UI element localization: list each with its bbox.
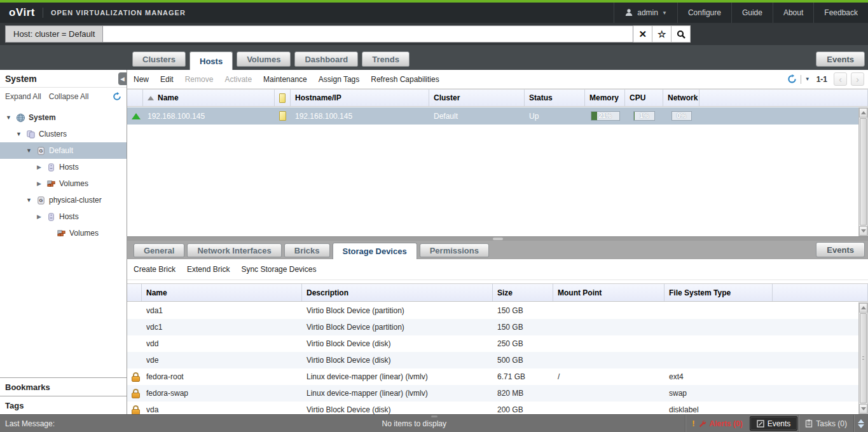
detail-events-button[interactable]: Events xyxy=(816,242,865,257)
statusbar-resize-button[interactable] xyxy=(853,415,868,432)
column-label: Hostname/IP xyxy=(295,93,341,102)
refresh-options-icon[interactable]: ▼ xyxy=(805,76,810,82)
search-button[interactable] xyxy=(672,25,691,43)
collapse-all-link[interactable]: Collapse All xyxy=(49,92,89,101)
app-menu-item-feedback[interactable]: Feedback xyxy=(813,3,868,23)
action-create-brick[interactable]: Create Brick xyxy=(134,265,176,274)
storage-device-row[interactable]: vda1Virtio Block Device (partition)150 G… xyxy=(127,302,858,319)
next-page-button[interactable]: › xyxy=(851,72,864,86)
search-scope-button[interactable]: Host: cluster = Default xyxy=(5,25,103,43)
tasks-button[interactable]: Tasks (0) xyxy=(798,415,853,432)
scroll-up-icon[interactable] xyxy=(859,303,867,313)
scroll-down-icon[interactable] xyxy=(859,404,867,414)
events-button[interactable]: Events xyxy=(750,416,798,431)
toolbar-item-edit[interactable]: Edit xyxy=(160,75,174,84)
storage-device-row[interactable]: vddVirtio Block Device (disk)250 GB xyxy=(127,335,858,352)
detail-tab-network-interfaces[interactable]: Network Interfaces xyxy=(187,243,281,257)
tree-refresh-icon[interactable] xyxy=(113,92,121,101)
app-menu-item-configure[interactable]: Configure xyxy=(677,3,731,23)
collapse-node-icon[interactable]: ▼ xyxy=(15,131,22,137)
scrollbar-thumb[interactable] xyxy=(860,313,867,403)
column-label: Status xyxy=(529,93,553,102)
app-menu-item-about[interactable]: About xyxy=(773,3,813,23)
device-description-cell: Linux device-mapper (linear) (lvmlv) xyxy=(302,389,493,398)
sidebar-section-bookmarks[interactable]: Bookmarks xyxy=(0,377,127,396)
scroll-up-icon[interactable] xyxy=(859,108,867,118)
column-header-cluster[interactable]: Cluster xyxy=(429,90,525,106)
splitter-handle[interactable] xyxy=(493,238,503,240)
action-sync-storage-devices[interactable]: Sync Storage Devices xyxy=(241,265,316,274)
storage-device-row[interactable]: vdeVirtio Block Device (disk)500 GB xyxy=(127,352,858,368)
statusbar-handle[interactable] xyxy=(431,415,437,417)
detail-tab-permissions[interactable]: Permissions xyxy=(420,243,489,257)
column-header-cpu[interactable]: CPU xyxy=(625,90,663,106)
column-header-name[interactable]: Name xyxy=(142,284,302,301)
tree-item-hosts[interactable]: ▶Hosts xyxy=(0,208,127,225)
column-header-type-icon[interactable] xyxy=(275,90,291,106)
host-row[interactable]: 192.168.100.145192.168.100.145DefaultUp2… xyxy=(127,107,858,125)
toolbar-item-assign-tags[interactable]: Assign Tags xyxy=(319,75,359,84)
device-name-cell: fedora-root xyxy=(142,372,302,381)
tree-item-label: Volumes xyxy=(69,229,99,238)
sidebar-collapse-button[interactable]: ◀ xyxy=(118,72,127,85)
toolbar-item-refresh-capabilities[interactable]: Refresh Capabilities xyxy=(371,75,439,84)
tree-item-system[interactable]: ▼System xyxy=(0,109,127,126)
tree-item-volumes[interactable]: Volumes xyxy=(0,225,127,241)
column-header-hostname-ip[interactable]: Hostname/IP xyxy=(291,90,429,106)
expand-node-icon[interactable]: ▶ xyxy=(36,213,43,220)
device-size-cell: 250 GB xyxy=(493,339,553,348)
scroll-down-icon[interactable] xyxy=(859,226,867,236)
device-fs-type-cell: swap xyxy=(665,389,773,398)
column-header-file-system-type[interactable]: File System Type xyxy=(665,284,773,301)
tree-item-default[interactable]: ▼GDefault xyxy=(0,142,127,159)
column-header-mount-point[interactable]: Mount Point xyxy=(553,284,665,301)
collapse-node-icon[interactable]: ▼ xyxy=(25,197,32,203)
column-header-status[interactable]: Status xyxy=(525,90,585,106)
prev-page-button[interactable]: ‹ xyxy=(834,72,847,86)
clear-search-button[interactable]: ✕ xyxy=(633,25,652,43)
main-events-button[interactable]: Events xyxy=(816,51,865,67)
grid-refresh-icon[interactable] xyxy=(787,74,797,84)
column-header-network[interactable]: Network xyxy=(663,90,699,106)
tree-item-hosts[interactable]: ▶Hosts xyxy=(0,159,127,175)
expand-all-link[interactable]: Expand All xyxy=(5,92,41,101)
tree-item-volumes[interactable]: ▶Volumes xyxy=(0,175,127,192)
action-extend-brick[interactable]: Extend Brick xyxy=(187,265,230,274)
tab-clusters[interactable]: Clusters xyxy=(132,51,186,67)
scrollbar-thumb[interactable] xyxy=(860,118,867,226)
sidebar-section-tags[interactable]: Tags xyxy=(0,396,127,414)
toolbar-right: ▼ 1-1 ‹ › xyxy=(787,72,864,86)
pane-splitter[interactable] xyxy=(127,236,868,241)
column-header-name[interactable]: Name xyxy=(143,90,275,106)
toolbar-item-new[interactable]: New xyxy=(134,75,149,84)
tree-item-clusters[interactable]: ▼Clusters xyxy=(0,126,127,142)
search-input[interactable] xyxy=(103,25,633,43)
user-menu[interactable]: admin ▼ xyxy=(614,3,677,23)
tab-dashboard[interactable]: Dashboard xyxy=(294,51,358,67)
collapse-node-icon[interactable]: ▼ xyxy=(25,147,32,154)
toolbar-item-maintenance[interactable]: Maintenance xyxy=(263,75,307,84)
detail-tab-storage-devices[interactable]: Storage Devices xyxy=(333,243,417,259)
app-menu-item-guide[interactable]: Guide xyxy=(731,3,773,23)
device-size-cell: 150 GB xyxy=(493,306,553,315)
storage-device-row[interactable]: fedora-rootLinux device-mapper (linear) … xyxy=(127,368,858,385)
storage-device-row[interactable]: vdc1Virtio Block Device (partition)150 G… xyxy=(127,319,858,335)
storage-grid-scrollbar[interactable] xyxy=(858,302,868,414)
bookmark-search-button[interactable]: ☆ xyxy=(652,25,672,43)
tab-volumes[interactable]: Volumes xyxy=(237,51,291,67)
column-header-memory[interactable]: Memory xyxy=(585,90,625,106)
column-header-size[interactable]: Size xyxy=(493,284,553,301)
expand-node-icon[interactable]: ▶ xyxy=(36,164,43,170)
detail-tab-general[interactable]: General xyxy=(134,243,184,257)
hosts-grid-scrollbar[interactable] xyxy=(858,107,868,236)
storage-device-row[interactable]: fedora-swapLinux device-mapper (linear) … xyxy=(127,385,858,402)
collapse-node-icon[interactable]: ▼ xyxy=(5,114,12,121)
storage-device-row[interactable]: vdaVirtio Block Device (disk)200 GBdiskl… xyxy=(127,402,858,414)
alerts-button[interactable]: ! Alerts (0) xyxy=(685,415,748,432)
detail-tab-bricks[interactable]: Bricks xyxy=(284,243,330,257)
tree-item-physical-cluster[interactable]: ▼Gphysical-cluster xyxy=(0,192,127,208)
column-header-description[interactable]: Description xyxy=(302,284,493,301)
expand-node-icon[interactable]: ▶ xyxy=(36,180,43,187)
tab-trends[interactable]: Trends xyxy=(362,51,410,67)
tab-hosts[interactable]: Hosts xyxy=(189,51,233,70)
